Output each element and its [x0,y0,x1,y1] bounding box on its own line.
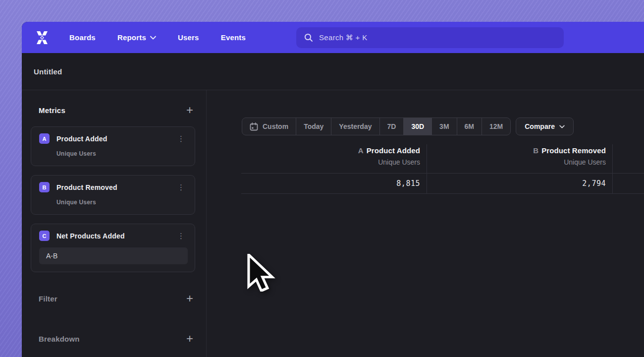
metric-card-b[interactable]: B Product Removed ⋮ Unique Users [31,175,195,215]
add-breakdown-button[interactable]: + [186,334,193,344]
table-header-row: AProduct Added Unique Users BProduct Rem… [241,144,644,174]
metrics-table: AProduct Added Unique Users BProduct Rem… [241,144,644,194]
table-header-product-removed[interactable]: BProduct Removed Unique Users [427,144,613,173]
column-badge: B [533,146,538,155]
search-placeholder: Search ⌘ + K [319,33,367,42]
nav-menu: Boards Reports Users Events [69,33,246,42]
filter-label: Filter [39,295,57,303]
column-subtitle: Unique Users [241,158,420,166]
date-range-yesterday[interactable]: Yesterday [331,118,379,135]
date-range-picker: Custom Today Yesterday 7D 30D 3M 6M 12M [242,118,511,135]
value-cell-product-removed[interactable]: 2,794 [427,174,613,193]
app-window: Boards Reports Users Events Search ⌘ + K [22,22,644,357]
date-range-12m[interactable]: 12M [482,118,510,135]
breakdown-section-header: Breakdown + [31,334,195,344]
document-title[interactable]: Untitled [34,67,62,76]
nav-item-label: Users [178,33,199,42]
column-badge: A [358,146,364,155]
nav-item-label: Events [221,33,246,42]
nav-item-events[interactable]: Events [221,33,246,42]
table-header-overflow [613,144,644,173]
top-navbar: Boards Reports Users Events Search ⌘ + K [22,22,644,53]
value-cell-product-added[interactable]: 8,815 [241,174,427,193]
table-header-product-added[interactable]: AProduct Added Unique Users [241,144,427,173]
metric-menu-button[interactable]: ⋮ [174,182,188,192]
nav-item-users[interactable]: Users [178,33,199,42]
metric-card-header: A Product Added ⋮ [39,133,188,144]
date-range-label: 7D [387,122,396,130]
metrics-section-header: Metrics + [31,105,195,115]
breakdown-label: Breakdown [39,335,80,343]
content-area: Metrics + A Product Added ⋮ Unique Users… [22,90,644,357]
metric-value: 8,815 [396,179,420,188]
nav-item-label: Boards [69,33,96,42]
search-input[interactable]: Search ⌘ + K [296,27,564,48]
calendar-icon [250,122,258,131]
column-title: Product Removed [541,146,606,155]
date-range-3m[interactable]: 3M [432,118,457,135]
metric-badge: C [39,231,50,241]
date-range-label: Today [304,122,323,130]
metrics-title: Metrics [39,106,65,115]
value-cell-overflow [613,174,644,193]
date-range-label: Yesterday [339,122,372,130]
search-icon [304,33,313,42]
date-toolbar: Custom Today Yesterday 7D 30D 3M 6M 12M … [242,118,574,135]
table-value-row: 8,815 2,794 [241,174,644,194]
metric-name: Product Removed [56,183,174,191]
date-range-7d[interactable]: 7D [380,118,404,135]
compare-button[interactable]: Compare [516,118,574,135]
add-metric-button[interactable]: + [186,105,193,115]
results-panel: Custom Today Yesterday 7D 30D 3M 6M 12M … [207,90,644,357]
metric-measurement[interactable]: Unique Users [56,150,188,157]
metric-name: Net Products Added [56,232,174,240]
column-title: Product Added [367,146,420,155]
date-range-label: 3M [439,122,449,130]
document-header: Untitled [22,53,644,90]
chevron-down-icon [559,125,565,128]
add-filter-button[interactable]: + [186,294,193,303]
metric-menu-button[interactable]: ⋮ [174,134,188,143]
nav-item-boards[interactable]: Boards [69,33,96,42]
metric-value: 2,794 [582,179,606,188]
metric-measurement[interactable]: Unique Users [56,199,188,206]
query-sidebar: Metrics + A Product Added ⋮ Unique Users… [22,90,207,357]
desktop: { "nav": { "items": [ { "label": "Boards… [0,0,644,357]
metric-card-header: C Net Products Added ⋮ [39,231,188,241]
column-subtitle: Unique Users [427,158,606,166]
date-range-30d[interactable]: 30D [404,118,432,135]
date-range-label: Custom [263,122,288,130]
nav-item-reports[interactable]: Reports [117,33,156,42]
metric-menu-button[interactable]: ⋮ [174,231,188,240]
metric-card-a[interactable]: A Product Added ⋮ Unique Users [31,126,195,166]
metric-card-c[interactable]: C Net Products Added ⋮ A-B [31,224,195,272]
metric-card-header: B Product Removed ⋮ [39,182,188,192]
metric-name: Product Added [56,135,174,143]
date-range-6m[interactable]: 6M [457,118,482,135]
nav-item-label: Reports [117,33,146,42]
date-range-today[interactable]: Today [296,118,331,135]
date-range-label: 12M [489,122,503,130]
date-range-label: 6M [465,122,474,130]
date-range-custom[interactable]: Custom [242,118,296,135]
chevron-down-icon [150,36,156,40]
date-range-label: 30D [411,122,424,130]
formula-input[interactable]: A-B [39,247,188,264]
metric-badge: B [39,182,50,192]
compare-label: Compare [525,122,555,130]
metric-badge: A [39,133,50,144]
mixpanel-logo-icon[interactable] [34,30,53,45]
filter-section-header: Filter + [31,294,195,303]
